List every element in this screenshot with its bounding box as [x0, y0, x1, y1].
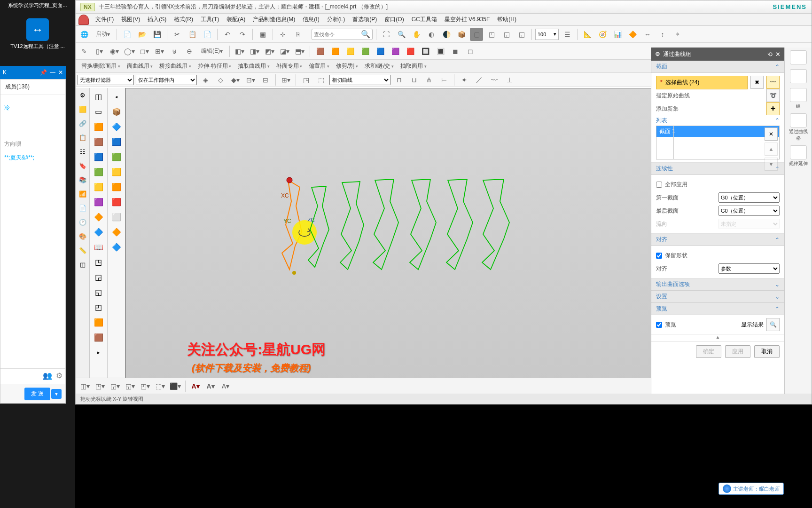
- menu-view[interactable]: 视图(V): [117, 14, 144, 25]
- sel-2[interactable]: ◇: [214, 73, 227, 87]
- mold-6[interactable]: 🟪: [389, 45, 402, 58]
- ts1-8[interactable]: 🟪: [92, 195, 106, 208]
- align-select[interactable]: 参数: [718, 263, 780, 274]
- nav-meas-icon[interactable]: 📏: [78, 245, 88, 255]
- nav-lay2-icon[interactable]: ◫: [78, 259, 88, 270]
- mold-9[interactable]: 🔳: [434, 45, 447, 58]
- unite-icon[interactable]: ⊎: [168, 45, 181, 58]
- fit-icon[interactable]: ⛶: [380, 28, 393, 41]
- close-panel-icon[interactable]: ✕: [775, 51, 781, 58]
- sel-3[interactable]: ◆▾: [229, 73, 242, 87]
- ts1-4[interactable]: 🟫: [92, 135, 106, 148]
- ts1-6[interactable]: 🟩: [92, 165, 106, 178]
- cmd-face-curve[interactable]: 面曲线用: [124, 61, 156, 71]
- pattern-icon[interactable]: ⊞▾: [153, 45, 166, 58]
- sel-12[interactable]: ⊢: [437, 73, 451, 87]
- tool-g3[interactable]: ◱: [515, 28, 528, 41]
- pin-icon[interactable]: 📌: [40, 69, 47, 76]
- snap-1[interactable]: ✦: [458, 73, 471, 87]
- first-sec-select[interactable]: G0（位置）: [718, 192, 780, 203]
- sel-8[interactable]: ⬚: [314, 73, 328, 87]
- redo-icon[interactable]: ↷: [236, 28, 249, 41]
- apply-all-checkbox[interactable]: [656, 182, 662, 188]
- search-input[interactable]: [314, 32, 361, 37]
- ts1-16[interactable]: 🟧: [92, 316, 106, 329]
- bt-1[interactable]: ◫▾: [78, 380, 92, 393]
- revolve-icon[interactable]: ◉▾: [108, 45, 121, 58]
- cmd-patch[interactable]: 补面专用: [273, 61, 305, 71]
- subtract-icon[interactable]: ⊖: [183, 45, 196, 58]
- cmd-extract-face[interactable]: 抽取面用: [398, 61, 429, 71]
- nav-book-icon[interactable]: 📚: [78, 175, 88, 185]
- mold-2[interactable]: 🟧: [328, 45, 342, 58]
- sel-1[interactable]: ◈: [199, 73, 212, 87]
- sketch-icon[interactable]: ✎: [78, 45, 91, 58]
- analysis-2[interactable]: 🧭: [596, 28, 609, 41]
- desktop-shortcut-tv[interactable]: ↔ TV12远程工具（注意 ...: [0, 15, 75, 52]
- menu-pmi[interactable]: 产品制造信息(M): [249, 14, 299, 25]
- extrude-icon[interactable]: ▯▾: [93, 45, 106, 58]
- cmd-replace-face[interactable]: 替换/删除面用: [78, 61, 123, 71]
- rq-1[interactable]: [788, 50, 809, 65]
- panel-collapse-handle[interactable]: ▲: [651, 334, 784, 341]
- snap-3[interactable]: 〰: [488, 73, 501, 87]
- sel-5[interactable]: ⊟: [259, 73, 272, 87]
- menu-format[interactable]: 格式(R): [170, 14, 197, 25]
- editor-dropdown[interactable]: 编辑(E) ▾: [198, 45, 226, 58]
- ts1-5[interactable]: 🟦: [92, 150, 106, 163]
- app-menu-button[interactable]: [78, 15, 89, 25]
- nav-clock-icon[interactable]: 🕐: [78, 217, 88, 227]
- last-sec-select[interactable]: G0（位置）: [718, 206, 780, 216]
- analysis-6[interactable]: ↕: [656, 28, 669, 41]
- menu-tools[interactable]: 工具(T): [197, 14, 223, 25]
- nav-part-icon[interactable]: 🟨: [78, 104, 88, 114]
- sel-10[interactable]: ⊔: [407, 73, 421, 87]
- copy-icon[interactable]: 📋: [186, 28, 199, 41]
- mold-8[interactable]: 🔲: [419, 45, 432, 58]
- mold-5[interactable]: 🟦: [374, 45, 387, 58]
- snap-2[interactable]: ／: [473, 73, 486, 87]
- zoom-icon[interactable]: 🔍: [395, 28, 408, 41]
- ts2-7[interactable]: 🟥: [109, 195, 124, 208]
- sel-6[interactable]: ⊞▾: [279, 73, 292, 87]
- layers-icon[interactable]: ▣: [256, 28, 269, 41]
- cmd-combine[interactable]: 求和/缝/交: [362, 61, 397, 71]
- ts2-9[interactable]: 🔶: [109, 225, 124, 238]
- expr-icon[interactable]: ⎘: [291, 28, 304, 41]
- ts1-13[interactable]: ◲: [92, 270, 106, 284]
- analysis-5[interactable]: ↔: [641, 28, 654, 41]
- cmd-extrude-feat[interactable]: 拉伸-特征用: [195, 61, 234, 71]
- ts2-8[interactable]: ⬜: [109, 210, 124, 223]
- orig-curve-icon[interactable]: ➰: [766, 89, 780, 102]
- type-filter[interactable]: 无选择过滤器: [78, 75, 134, 85]
- paste-icon[interactable]: 📄: [201, 28, 214, 41]
- user-add-icon[interactable]: 👥: [43, 371, 52, 380]
- chat-titlebar[interactable]: K 📌 — ✕: [0, 66, 66, 79]
- menu-insert[interactable]: 插入(S): [144, 14, 170, 25]
- show-result-icon[interactable]: 🔍: [766, 318, 780, 331]
- desktop-shortcut-1[interactable]: 系统学员学习流程_页面...: [0, 0, 75, 11]
- analysis-7[interactable]: ⌖: [671, 28, 684, 41]
- box-icon[interactable]: 📦: [455, 28, 468, 41]
- nav-color-icon[interactable]: 🎨: [78, 231, 88, 241]
- menu-info[interactable]: 信息(I): [299, 14, 323, 25]
- section-header-align[interactable]: 对齐⌃: [651, 234, 784, 246]
- ts2-2[interactable]: 🔷: [109, 120, 124, 133]
- ts2-scroll-up[interactable]: ◂: [109, 90, 124, 103]
- section-header-settings[interactable]: 设置⌄: [651, 291, 784, 303]
- datum-icon[interactable]: ◻▾: [138, 45, 151, 58]
- preview-checkbox[interactable]: [656, 322, 662, 328]
- ts1-3[interactable]: 🟧: [92, 120, 106, 133]
- ts1-1[interactable]: ◫: [92, 90, 106, 103]
- surf-1[interactable]: ◧▾: [233, 45, 246, 58]
- moon-icon[interactable]: 🌓: [440, 28, 453, 41]
- render-icon[interactable]: ◐: [425, 28, 438, 41]
- nav-gear-icon[interactable]: ⚙: [78, 90, 88, 100]
- surf-3[interactable]: ◩▾: [263, 45, 276, 58]
- nav-rss-icon[interactable]: 📶: [78, 189, 88, 199]
- nav-assy-icon[interactable]: 🔗: [78, 118, 88, 128]
- ts2-3[interactable]: 🟦: [109, 135, 124, 148]
- wcs-icon[interactable]: ⊹: [276, 28, 289, 41]
- rq-curves[interactable]: 通过曲线格: [788, 113, 809, 142]
- ts2-10[interactable]: 🔷: [109, 240, 124, 254]
